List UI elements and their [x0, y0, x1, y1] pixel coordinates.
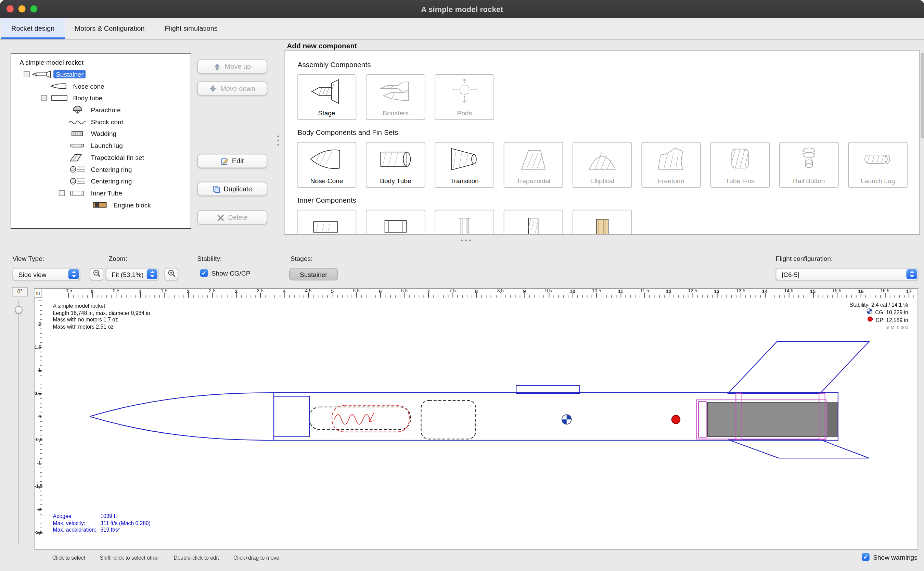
tab-motors-configuration[interactable]: Motors & Configuration — [65, 18, 155, 39]
tree-item-sustainer[interactable]: −Sustainer — [11, 68, 191, 80]
show-warnings-label: Show warnings — [873, 554, 917, 561]
tree-expander[interactable]: − — [24, 71, 29, 77]
tree-expander[interactable]: − — [59, 190, 65, 196]
card-label: Elliptical — [590, 177, 614, 184]
edit-icon — [221, 157, 229, 165]
tree-item-body-tube[interactable]: −Body tube — [11, 92, 191, 104]
hint-double-click: Double-click to edit — [174, 555, 219, 561]
zoom-in-button[interactable] — [165, 268, 178, 280]
add-nose-cone-button[interactable]: Nose Cone — [297, 142, 357, 188]
engine-block-outline — [699, 401, 706, 437]
view-type-value: Side view — [18, 271, 46, 278]
tree-item-shock-cord[interactable]: Shock cord — [11, 116, 191, 128]
shock-cord-outline — [310, 407, 410, 430]
tree-item-a-simple-model-rocket[interactable]: A simple model rocket — [11, 57, 191, 68]
vertical-split-handle[interactable] — [277, 136, 279, 146]
add-panel-scrollbar[interactable] — [921, 53, 924, 138]
move-down-button[interactable]: Move down — [197, 82, 267, 96]
card-label: Body Tube — [380, 177, 411, 184]
tab-rocket-design[interactable]: Rocket design — [1, 18, 64, 39]
flight-configuration-select[interactable]: [C6-5] — [776, 268, 918, 280]
card-label: Boosters — [383, 109, 408, 116]
add-rail-button-button[interactable]: Rail Button — [779, 142, 839, 188]
stability-value: Stability: 2,4 cal / 14,1 % — [850, 301, 908, 309]
tree-expander[interactable]: − — [41, 95, 47, 101]
screen: A simple model rocket Rocket design Moto… — [0, 0, 924, 571]
add-trapezoidal-button[interactable]: Trapezoidal — [504, 142, 563, 188]
tree-item-inner-tube[interactable]: −Inner Tube — [11, 187, 191, 199]
add-centering-ring-card-button[interactable] — [504, 210, 563, 235]
delete-button[interactable]: Delete — [197, 210, 267, 225]
add-bulkhead-card-button[interactable] — [434, 210, 494, 235]
view-type-select[interactable]: Side view — [12, 268, 80, 280]
add-engine-block-card-button[interactable] — [573, 210, 632, 235]
tree-item-label: Parachute — [89, 106, 123, 114]
fin-lower — [728, 440, 869, 458]
show-cgcp-checkbox[interactable]: ✓ — [200, 269, 208, 277]
add-new-component-title: Add new component — [287, 42, 357, 49]
flight-readout: Apogee:1039 ft Max. velocity:311 ft/s (M… — [53, 513, 150, 534]
add-stage-button[interactable]: Stage — [297, 74, 357, 120]
add-inner-tube-card-button[interactable] — [297, 210, 357, 235]
add-boosters-button[interactable]: Boosters — [366, 74, 425, 120]
nose-cone-icon — [49, 82, 69, 90]
add-tube-fins-button[interactable]: Tube Fins — [710, 142, 770, 188]
stability-readout: Stability: 2,4 cal / 14,1 % CG: 10,229 i… — [850, 301, 908, 331]
add-launch-lug-button[interactable]: Launch Lug — [848, 142, 907, 188]
transition-icon — [435, 145, 493, 173]
tree-item-label: Engine block — [111, 201, 153, 209]
add-pods-button[interactable]: Pods — [434, 74, 494, 120]
cg-value: CG: 10,229 in — [875, 309, 908, 316]
section-heading-assembly-components: Assembly Components — [298, 60, 907, 69]
rocket-name: A simple model rocket — [53, 303, 150, 310]
add-component-panel: Assembly ComponentsStageBoostersPodsBody… — [284, 51, 920, 235]
tree-item-engine-block[interactable]: Engine block — [11, 199, 191, 211]
parachute-outline — [332, 405, 409, 432]
zoom-select[interactable]: Fit (53,1%) — [106, 268, 159, 280]
stage-icon — [298, 78, 356, 105]
openrocket-window: A simple model rocket Rocket design Moto… — [0, 0, 924, 571]
card-label: Stage — [318, 109, 336, 116]
add-freeform-button[interactable]: Freeform — [641, 142, 701, 188]
add-transition-button[interactable]: Transition — [434, 142, 494, 188]
shock-cord-icon — [67, 118, 87, 126]
nose-shoulder-outline — [274, 397, 310, 437]
horizontal-split-handle[interactable] — [461, 239, 471, 241]
tab-flight-simulations[interactable]: Flight simulations — [155, 18, 228, 39]
section-heading-inner-components: Inner Components — [298, 196, 907, 204]
rocket-design-canvas[interactable]: in -0,500,511,522,533,544,555,566,577,58… — [34, 288, 918, 550]
arrow-up-icon — [214, 63, 222, 71]
motor-nozzle — [827, 402, 838, 437]
tree-item-centering-ring[interactable]: Centering ring — [11, 163, 191, 175]
tree-item-parachute[interactable]: Parachute — [11, 104, 191, 116]
tree-item-wadding[interactable]: Wadding — [11, 128, 191, 140]
apogee-label: Apogee: — [53, 513, 100, 520]
add-body-tube-button[interactable]: Body Tube — [366, 142, 425, 188]
tree-item-trapezoidal-fin-set[interactable]: Trapezoidal fin set — [11, 152, 191, 164]
tree-item-nose-cone[interactable]: Nose cone — [11, 80, 191, 92]
stage-toggle-sustainer[interactable]: Sustainer — [289, 268, 338, 280]
centering-ring-icon — [67, 177, 87, 185]
zoom-out-button[interactable] — [90, 268, 103, 280]
chevron-updown-icon — [147, 269, 157, 279]
tree-item-centering-ring[interactable]: Centering ring — [11, 175, 191, 187]
add-elliptical-button[interactable]: Elliptical — [573, 142, 632, 188]
component-tree[interactable]: A simple model rocket−SustainerNose cone… — [11, 53, 191, 229]
edit-button[interactable]: Edit — [197, 154, 267, 168]
pods-icon — [435, 78, 493, 105]
move-up-button[interactable]: Move up — [197, 60, 267, 74]
tree-item-label: A simple model rocket — [17, 58, 86, 66]
centering-ring-icon — [67, 165, 87, 173]
bulkhead-card-icon — [435, 213, 493, 235]
centering-ring-card-icon — [504, 213, 562, 235]
add-coupler-card-button[interactable] — [366, 210, 425, 235]
rotation-slider-knob[interactable] — [15, 306, 23, 314]
tree-item-label: Trapezoidal fin set — [89, 153, 146, 162]
tree-item-launch-lug[interactable]: Launch lug — [11, 140, 191, 152]
duplicate-button[interactable]: Duplicate — [197, 182, 267, 196]
show-warnings-checkbox[interactable]: ✓ — [862, 553, 870, 561]
tree-item-label: Shock cord — [89, 118, 126, 126]
rotation-slider-track[interactable] — [18, 300, 19, 545]
apogee-value: 1039 ft — [100, 513, 117, 519]
tree-item-label: Body tube — [71, 94, 105, 102]
